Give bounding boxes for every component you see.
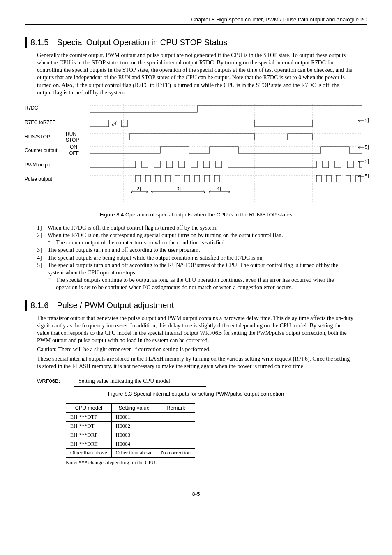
heading-bar-icon <box>25 37 27 48</box>
page-number: 8-5 <box>25 491 367 498</box>
marker-5b: 5] <box>365 144 369 150</box>
note-3: The special outputs turn on and off acco… <box>48 246 355 254</box>
label-counter: Counter output <box>25 147 58 153</box>
label-stop: STOP <box>66 137 79 143</box>
label-pulse: Pulse output <box>25 176 52 182</box>
section-816-para1: The transistor output that generates the… <box>37 315 355 345</box>
section-heading-816: 8.1.6 Pulse / PWM Output adjustment <box>25 300 367 311</box>
label-runstop: RUN/STOP <box>25 134 50 140</box>
marker-4: 4] <box>217 186 221 191</box>
section-heading-815: 8.1.5 Special Output Operation in CPU ST… <box>25 37 367 48</box>
note-4: The special outputs are being output whi… <box>48 254 355 262</box>
wrf06b-row: WRF06B: Setting value indicating the CPU… <box>37 376 355 387</box>
table-row: EH-***DRTH0004 <box>66 440 195 449</box>
section-number-816: 8.1.6 <box>30 300 48 311</box>
figure-83-caption: Figure 8.3 Special internal outputs for … <box>25 391 367 398</box>
marker-3: 3] <box>177 186 181 191</box>
label-run: RUN <box>66 131 76 137</box>
heading-bar-icon <box>25 300 27 311</box>
marker-2: 2] <box>137 186 141 191</box>
wrf06b-label: WRF06B: <box>37 378 74 385</box>
marker-5c: 5] <box>365 159 369 164</box>
timing-diagram-svg: .lbl { font-family: Arial, Helvetica, sa… <box>25 101 370 208</box>
marker-5d: 5] <box>365 173 369 179</box>
table-row: Other than aboveOther than aboveNo corre… <box>66 449 195 458</box>
marker-1: 1] <box>114 121 118 127</box>
note-2: When the R7DC is on, the corresponding s… <box>48 232 355 239</box>
timing-diagram-figure: .lbl { font-family: Arial, Helvetica, sa… <box>25 101 367 219</box>
section-title: Special Output Operation in CPU STOP Sta… <box>57 37 227 48</box>
note-1: When the R7DC is off, the output control… <box>48 224 355 232</box>
th-remark: Remark <box>157 403 195 412</box>
section-816-para2: These special internal outputs are store… <box>37 355 355 370</box>
page-header: Chapter 8 High-speed counter, PWM / Puls… <box>25 16 367 25</box>
note-5-star: The special outputs continue to be outpu… <box>56 276 355 291</box>
note-2-star: The counter output of the counter turns … <box>56 239 226 246</box>
section-815-paragraph: Generally the counter output, PWM output… <box>37 52 355 97</box>
marker-5a: 5] <box>365 117 369 123</box>
section-title-816: Pulse / PWM Output adjustment <box>57 300 174 311</box>
label-r7dc: R7DC <box>25 105 38 111</box>
notes-list-815: 1]When the R7DC is off, the output contr… <box>37 224 355 292</box>
label-r7fc: R7FC toR7FF <box>25 120 55 125</box>
table-note: Note: *** changes depending on the CPU. <box>66 459 367 466</box>
th-setting-value: Setting value <box>111 403 157 412</box>
section-number: 8.1.5 <box>30 37 48 48</box>
table-row: EH-***DTH0002 <box>66 421 195 431</box>
label-on: ON <box>70 144 77 150</box>
label-pwm: PWM output <box>25 162 52 168</box>
figure-84-caption: Figure 8.4 Operation of special outputs … <box>25 212 367 219</box>
table-row: EH-***DTPH0001 <box>66 412 195 421</box>
th-cpu-model: CPU model <box>66 403 112 412</box>
wrf06b-box: Setting value indicating the CPU model <box>74 376 206 387</box>
note-5: The special outputs turn on and off acco… <box>48 262 355 276</box>
section-816-caution: Caution: There will be a slight error ev… <box>37 346 355 353</box>
label-off: OFF <box>69 150 79 156</box>
table-row: EH-***DRPH0003 <box>66 431 195 440</box>
cpu-model-table: CPU model Setting value Remark EH-***DTP… <box>66 403 195 458</box>
